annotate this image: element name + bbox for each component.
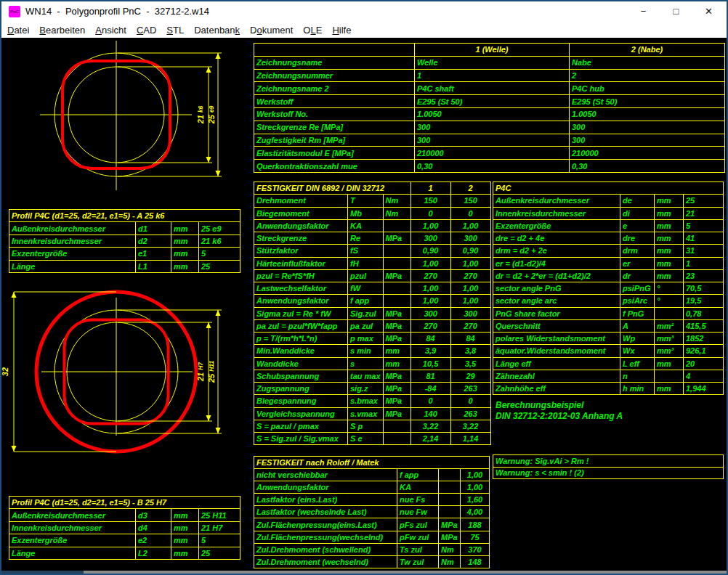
menu-item-datei[interactable]: Datei	[2, 25, 34, 36]
table-cell: mm	[171, 235, 199, 247]
table-cell: Innenkreisdurchmesser	[9, 235, 136, 247]
menu-item-datenbank[interactable]: Datenbank	[189, 25, 245, 36]
table-cell: 150	[410, 195, 450, 207]
table-cell: Wp	[620, 333, 655, 345]
table-cell: äquator.Widerstandsmoment	[493, 345, 620, 357]
table-cell: 21 H7	[199, 521, 240, 534]
table-row: WerkstoffE295 (St 50)E295 (St 50)	[254, 95, 725, 108]
table-row: polares WiderstandsmomentWpmm³1852	[493, 333, 724, 345]
table-cell	[383, 257, 410, 269]
table-cell: 29	[450, 370, 490, 382]
table-cell: E295 (St 50)	[570, 95, 725, 108]
table-cell: 0	[410, 207, 450, 219]
menu-item-bearbeiten[interactable]: Bearbeiten	[34, 25, 90, 36]
table-cell: S = pazul / pmax	[254, 420, 348, 432]
table-cell: MPa	[383, 269, 410, 282]
dimension-label-25e9: 25e9	[207, 105, 216, 124]
table-cell: Zugfestigkeit Rm [MPa]	[254, 134, 415, 147]
table-cell: 4	[684, 370, 724, 382]
table-cell: 1	[684, 257, 724, 269]
menu-bar: DateiBearbeitenAnsichtCADSTLDatenbankDok…	[1, 22, 727, 38]
table-cell: mm³	[655, 345, 684, 357]
table-cell: Exzentergröße	[9, 248, 136, 260]
table-cell: fH	[348, 257, 384, 269]
table-cell: 370	[461, 543, 490, 555]
profile-b-table: Profil P4C (d1=25, d2=21, e1=5) - B 25 H…	[9, 496, 240, 560]
table-cell: S e	[348, 433, 384, 445]
table-cell	[655, 370, 684, 382]
table-cell: er	[620, 257, 655, 269]
table-cell: 1,00	[450, 282, 490, 295]
menu-item-hilfe[interactable]: Hilfe	[327, 25, 356, 36]
table-cell	[439, 481, 461, 494]
strength-din-table: FESTIGKEIT DIN 6892 / DIN 3271212Drehmom…	[254, 182, 491, 445]
table-cell	[439, 506, 461, 518]
table-cell: mm	[171, 248, 199, 260]
table-cell	[383, 420, 410, 432]
table-cell: 0	[450, 395, 490, 407]
table-cell: Exzentergröße	[9, 534, 136, 547]
menu-item-dokument[interactable]: Dokument	[245, 25, 298, 36]
table-cell: mm	[171, 521, 199, 534]
table-cell: E295 (St 50)	[415, 95, 570, 108]
table-cell: 300	[570, 121, 725, 134]
table-row: sector angle arcpsiArc°19,5	[493, 295, 724, 307]
table-cell: fS	[348, 245, 384, 257]
menu-item-stl[interactable]: STL	[161, 25, 189, 36]
table-cell: sector angle arc	[493, 295, 620, 307]
table-cell: MPa	[383, 232, 410, 245]
table-cell: mm	[655, 232, 684, 245]
menu-item-cad[interactable]: CAD	[132, 25, 161, 36]
table-cell: mm	[171, 222, 199, 235]
table-cell: fW	[348, 282, 384, 295]
table-header-row: Profil P4C (d1=25, d2=21, e1=5) - B 25 H…	[9, 497, 240, 509]
menu-item-ansicht[interactable]: Ansicht	[90, 25, 132, 36]
table-cell: 1,60	[461, 494, 490, 506]
table-cell: Vergleichsspannung	[254, 407, 348, 420]
table-cell: Zul.Drehmoment (schwellend)	[254, 543, 397, 555]
note-line: Berechnungsbeispiel	[496, 400, 623, 411]
maximize-button[interactable]: □	[660, 1, 692, 22]
table-cell: mm	[383, 357, 410, 370]
table-cell: Anwendungsfaktor	[254, 481, 397, 494]
table-cell: Werkstoff No.	[254, 107, 415, 121]
table-row: Zähnezahln4	[493, 370, 724, 382]
table-row: Exzentergrößee2mm5	[9, 534, 240, 547]
dimension-label-25H11: 25H11	[207, 361, 216, 383]
table-cell: psiPnG	[620, 282, 655, 295]
table-cell: dr	[620, 269, 655, 282]
table-cell: 300	[450, 232, 490, 245]
table-cell: Anwendungsfaktor	[254, 219, 348, 232]
table-cell: 148	[461, 555, 490, 568]
table-cell: 270	[450, 269, 490, 282]
table-cell	[383, 245, 410, 257]
table-cell: Zul.Flächenpressung(wechselnd)	[254, 531, 397, 543]
close-button[interactable]: ✕	[692, 1, 725, 22]
table-cell: mm³	[655, 333, 684, 345]
table-cell: 1,14	[450, 433, 490, 445]
table-cell: S = Sig.zul / Sig.vmax	[254, 433, 348, 445]
table-cell: pFs zul	[397, 518, 439, 531]
table-cell: MPa	[439, 518, 461, 531]
table-cell: 3,22	[410, 420, 450, 432]
table-cell: 210000	[415, 147, 570, 160]
table-cell: h min	[620, 383, 655, 395]
table-cell: n	[620, 370, 655, 382]
table-header-row: P4C	[493, 182, 724, 195]
table-cell: Zähnezahl	[493, 370, 620, 382]
table-cell: Härteeinflußfaktor	[254, 257, 348, 269]
table-cell: mm	[655, 207, 684, 219]
minimize-button[interactable]: −	[627, 1, 660, 22]
table-cell: Zeichnungsname	[254, 56, 415, 69]
table-cell: Mb	[348, 207, 384, 219]
table-cell	[383, 282, 410, 295]
table-cell: 1,00	[410, 282, 450, 295]
table-row: dre = d2 + 4edremm41	[493, 232, 724, 245]
table-cell: Schubspannung	[254, 370, 348, 382]
table-cell: 270	[410, 269, 450, 282]
table-cell: Zul.Flächenpressung(eins.Last)	[254, 518, 397, 531]
table-cell: MPa	[439, 531, 461, 543]
window-controls: −□✕	[627, 1, 725, 22]
table-cell: 1,00	[450, 295, 490, 307]
menu-item-ole[interactable]: OLE	[298, 25, 327, 36]
